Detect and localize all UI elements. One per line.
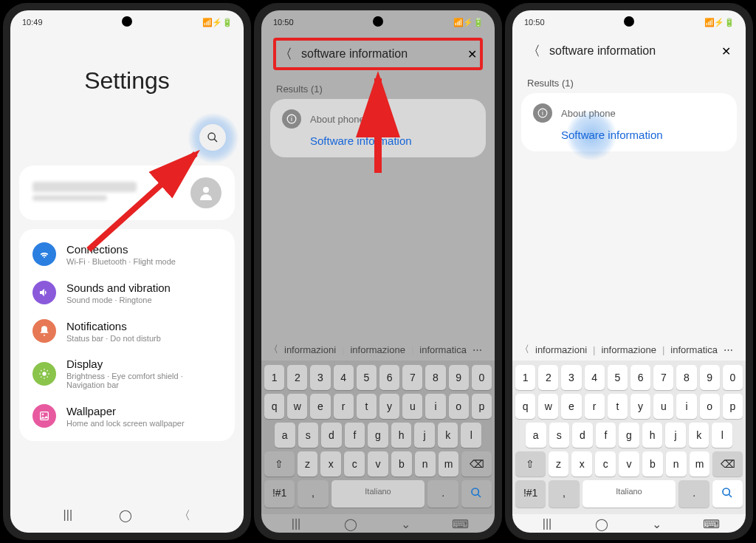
letter-key[interactable]: l xyxy=(712,423,732,448)
clear-icon[interactable]: ✕ xyxy=(467,47,477,61)
letter-key[interactable]: 4 xyxy=(585,365,605,390)
letter-key[interactable]: y xyxy=(379,394,399,419)
letter-key[interactable]: 0 xyxy=(472,365,492,390)
letter-key[interactable]: b xyxy=(642,451,663,477)
setting-wallpaper[interactable]: WallpaperHome and lock screen wallpaper xyxy=(32,397,221,435)
search-input[interactable] xyxy=(301,47,458,61)
search-input[interactable] xyxy=(549,44,712,58)
profile-card[interactable] xyxy=(19,165,235,220)
letter-key[interactable]: v xyxy=(368,451,388,477)
nav-recent[interactable]: ||| xyxy=(63,508,72,524)
suggestion-word[interactable]: informatica xyxy=(670,344,718,355)
setting-sounds[interactable]: Sounds and vibrationSound mode · Rington… xyxy=(32,273,221,312)
period-key[interactable]: . xyxy=(678,480,709,508)
letter-key[interactable]: 1 xyxy=(264,365,284,390)
letter-key[interactable]: r xyxy=(585,394,605,419)
letter-key[interactable]: i xyxy=(425,394,445,419)
suggestion-word[interactable]: informazioni xyxy=(535,344,587,355)
letter-key[interactable]: u xyxy=(653,394,673,419)
letter-key[interactable]: i xyxy=(676,394,696,419)
letter-key[interactable]: j xyxy=(414,423,435,448)
search-button[interactable] xyxy=(199,124,226,151)
letter-key[interactable]: c xyxy=(344,451,365,477)
comma-key[interactable]: , xyxy=(549,480,579,508)
letter-key[interactable]: o xyxy=(449,394,469,419)
setting-notifications[interactable]: NotificationsStatus bar · Do not disturb xyxy=(32,312,221,350)
letter-key[interactable]: f xyxy=(596,423,616,448)
search-key[interactable] xyxy=(712,480,743,508)
keyboard-hide-icon[interactable]: ⌄ xyxy=(647,517,665,531)
letter-key[interactable]: f xyxy=(345,423,365,448)
letter-key[interactable]: 1 xyxy=(515,365,535,390)
letter-key[interactable]: q xyxy=(264,394,284,419)
letter-key[interactable]: 0 xyxy=(723,365,743,390)
keyboard-hide-icon[interactable]: ⌄ xyxy=(396,517,414,531)
suggestion-word[interactable]: informazioni xyxy=(284,344,336,355)
letter-key[interactable]: p xyxy=(472,394,492,419)
letter-key[interactable]: 6 xyxy=(379,365,399,390)
suggest-more-icon[interactable]: ⋯ xyxy=(472,344,482,355)
letter-key[interactable]: s xyxy=(298,423,319,448)
letter-key[interactable]: r xyxy=(334,394,354,419)
clear-icon[interactable]: ✕ xyxy=(721,44,731,58)
suggest-collapse-icon[interactable]: 〈 xyxy=(269,343,278,356)
letter-key[interactable]: n xyxy=(415,451,436,477)
keyboard-switch-icon[interactable]: ⌨ xyxy=(451,517,469,531)
letter-key[interactable]: g xyxy=(368,423,388,448)
letter-key[interactable]: m xyxy=(690,451,710,477)
letter-key[interactable]: m xyxy=(439,451,459,477)
letter-key[interactable]: n xyxy=(666,451,687,477)
back-icon[interactable]: 〈 xyxy=(279,45,292,63)
comma-key[interactable]: , xyxy=(298,480,328,508)
result-link[interactable]: Software information xyxy=(533,129,725,141)
letter-key[interactable]: t xyxy=(608,394,628,419)
space-key[interactable]: Italiano xyxy=(331,480,425,508)
space-key[interactable]: Italiano xyxy=(583,480,676,508)
letter-key[interactable]: 5 xyxy=(608,365,628,390)
letter-key[interactable]: h xyxy=(391,423,412,448)
letter-key[interactable]: d xyxy=(572,423,593,448)
letter-key[interactable]: 9 xyxy=(449,365,469,390)
letter-key[interactable]: j xyxy=(665,423,686,448)
letter-key[interactable]: p xyxy=(723,394,743,419)
letter-key[interactable]: x xyxy=(320,451,341,477)
letter-key[interactable]: 2 xyxy=(287,365,307,390)
letter-key[interactable]: 8 xyxy=(425,365,445,390)
letter-key[interactable]: d xyxy=(321,423,342,448)
letter-key[interactable]: 3 xyxy=(561,365,581,390)
letter-key[interactable]: y xyxy=(630,394,650,419)
letter-key[interactable]: v xyxy=(619,451,639,477)
letter-key[interactable]: k xyxy=(438,423,458,448)
nav-home[interactable]: ◯ xyxy=(342,517,360,531)
search-key[interactable] xyxy=(461,480,492,508)
letter-key[interactable]: 4 xyxy=(334,365,354,390)
letter-key[interactable]: 6 xyxy=(630,365,650,390)
letter-key[interactable]: 7 xyxy=(402,365,422,390)
letter-key[interactable]: 2 xyxy=(538,365,558,390)
setting-display[interactable]: DisplayBrightness · Eye comfort shield ·… xyxy=(32,350,221,397)
letter-key[interactable]: 5 xyxy=(357,365,377,390)
suggest-collapse-icon[interactable]: 〈 xyxy=(520,343,529,356)
letter-key[interactable]: w xyxy=(287,394,307,419)
backspace-key[interactable]: ⌫ xyxy=(461,451,492,477)
letter-key[interactable]: b xyxy=(391,451,412,477)
nav-home[interactable]: ◯ xyxy=(119,508,132,524)
letter-key[interactable]: h xyxy=(642,423,663,448)
letter-key[interactable]: z xyxy=(298,451,318,477)
suggestion-word[interactable]: informazione xyxy=(350,344,405,355)
letter-key[interactable]: c xyxy=(595,451,616,477)
letter-key[interactable]: g xyxy=(619,423,639,448)
setting-connections[interactable]: ConnectionsWi-Fi · Bluetooth · Flight mo… xyxy=(32,235,221,273)
result-link[interactable]: Software information xyxy=(282,134,474,147)
letter-key[interactable]: k xyxy=(689,423,709,448)
symbols-key[interactable]: !#1 xyxy=(264,480,295,508)
letter-key[interactable]: 8 xyxy=(676,365,696,390)
letter-key[interactable]: q xyxy=(515,394,535,419)
shift-key[interactable]: ⇧ xyxy=(515,451,546,477)
letter-key[interactable]: w xyxy=(538,394,558,419)
letter-key[interactable]: 3 xyxy=(310,365,330,390)
nav-back[interactable]: 〈 xyxy=(179,508,190,524)
letter-key[interactable]: x xyxy=(571,451,592,477)
nav-recent[interactable]: ||| xyxy=(538,517,556,531)
backspace-key[interactable]: ⌫ xyxy=(712,451,743,477)
